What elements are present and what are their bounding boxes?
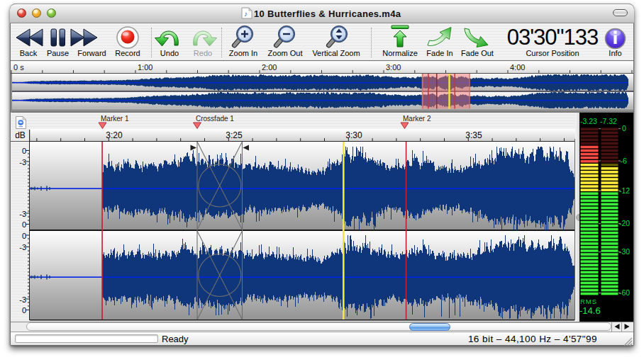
- svg-text:-7.32: -7.32: [600, 117, 617, 125]
- svg-text:0: 0: [622, 124, 626, 132]
- svg-text:-14.6: -14.6: [579, 305, 601, 316]
- svg-text:-20: -20: [619, 219, 630, 227]
- svg-text:-30: -30: [619, 247, 630, 256]
- svg-text:-3.23: -3.23: [580, 117, 597, 125]
- svg-text:-12: -12: [619, 186, 630, 195]
- svg-text:-60: -60: [619, 288, 630, 297]
- svg-text:RMS: RMS: [580, 298, 597, 305]
- svg-text:-6: -6: [621, 157, 627, 165]
